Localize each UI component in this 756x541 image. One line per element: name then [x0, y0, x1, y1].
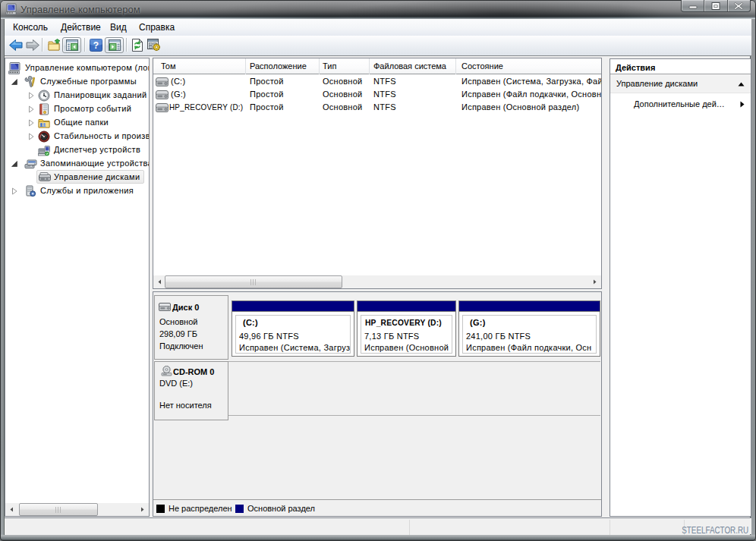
svg-text:?: ? [93, 40, 99, 51]
